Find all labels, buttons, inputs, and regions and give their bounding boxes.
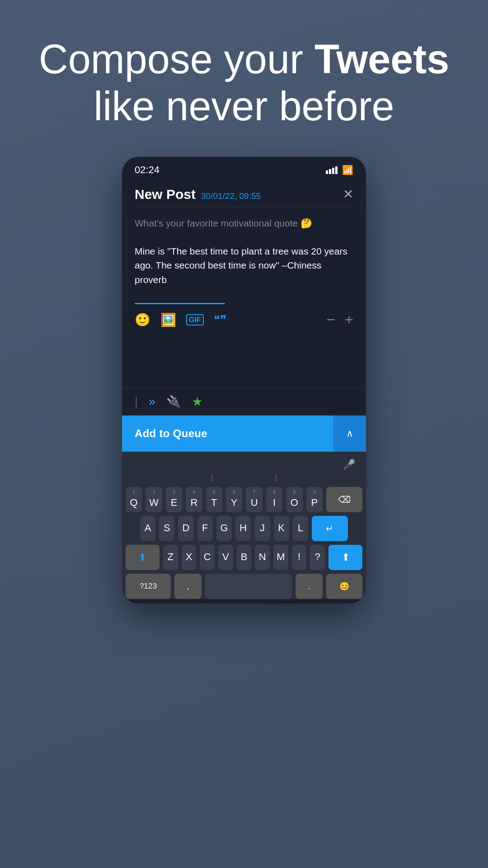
key-exclaim[interactable]: ! [292,545,307,570]
key-num-sym[interactable]: ?123 [126,574,171,599]
key-shift-left[interactable]: ⬆ [126,545,160,570]
keyboard-row-3: ⬆ Z X C V B N M ! ? ⬆ [122,545,366,570]
compose-area[interactable]: What's your favorite motivational quote … [122,207,366,296]
key-backspace[interactable]: ⌫ [326,487,362,512]
key-enter[interactable]: ↵ [312,516,348,541]
key-z[interactable]: Z [163,545,178,570]
key-space[interactable] [205,574,292,599]
key-k[interactable]: K [274,516,289,541]
key-d[interactable]: D [178,516,193,541]
keyboard-bottom-row: ?123 , . 😊 [122,574,366,599]
key-o[interactable]: 9O [286,487,302,512]
key-h[interactable]: H [235,516,251,541]
compose-toolbar: 🙂 🖼️ GIF ❝❞ − + [122,304,366,335]
key-emoji[interactable]: 😊 [326,574,362,599]
status-time: 02:24 [135,164,160,176]
gif-toolbar-icon[interactable]: GIF [186,314,204,326]
key-v[interactable]: V [218,545,233,570]
queue-chevron-button[interactable]: ∧ [333,415,366,452]
post-timestamp: 30/01/22, 09:55 [201,191,261,201]
status-bar: 02:24 📶 [122,157,366,179]
tweet-placeholder: What's your favorite motivational quote … [135,216,353,231]
title-area: New Post 30/01/22, 09:55 [135,187,261,202]
tweet-body: Mine is "The best time to plant a tree w… [135,244,353,287]
quote-toolbar-icon[interactable]: ❝❞ [214,313,226,327]
key-f[interactable]: F [197,516,213,541]
compose-spacer [122,335,366,360]
phone-mockup: 02:24 📶 New Post 30/01/22, 09:55 ✕ What'… [122,157,366,604]
key-e[interactable]: 3E [166,487,182,512]
pipe-separator: | [135,395,138,409]
key-n[interactable]: N [255,545,270,570]
cursor-bar [122,471,366,487]
key-m[interactable]: M [273,545,288,570]
key-c[interactable]: C [200,545,215,570]
plug-icon[interactable]: 🔌 [166,395,181,409]
key-shift-right[interactable]: ⬆ [328,545,362,570]
key-g[interactable]: G [216,516,232,541]
star-icon[interactable]: ★ [192,394,203,409]
key-w[interactable]: 2W [145,487,162,512]
cursor-line-right [276,473,277,482]
keyboard: 🎤 1Q 2W 3E 4R 5T 6Y 7U 8I 9O 0P ⌫ [122,452,366,599]
key-y[interactable]: 6Y [226,487,242,512]
action-bar: | » 🔌 ★ [122,387,366,415]
signal-icon [326,166,338,174]
key-p[interactable]: 0P [306,487,323,512]
key-question[interactable]: ? [310,545,325,570]
keyboard-row-2: A S D F G H J K L ↵ [122,516,366,541]
image-toolbar-icon[interactable]: 🖼️ [160,312,176,327]
cursor-line-left [211,473,212,482]
key-comma[interactable]: , [174,574,202,599]
key-l[interactable]: L [293,516,308,541]
key-a[interactable]: A [140,516,155,541]
hero-line2: like never before [94,84,394,129]
key-u[interactable]: 7U [246,487,262,512]
key-b[interactable]: B [237,545,252,570]
key-t[interactable]: 5T [206,487,222,512]
key-period[interactable]: . [296,574,323,599]
add-to-queue-button[interactable]: Add to Queue [122,415,333,452]
plus-button[interactable]: + [345,311,353,328]
key-s[interactable]: S [159,516,174,541]
mic-icon[interactable]: 🎤 [343,459,355,471]
minus-button[interactable]: − [327,311,335,328]
key-x[interactable]: X [182,545,197,570]
hero-section: Compose your Tweets like never before [0,0,488,152]
chevron-double-icon[interactable]: » [149,395,155,409]
key-r[interactable]: 4R [186,487,202,512]
tweet-text: What's your favorite motivational quote … [135,216,353,287]
close-button[interactable]: ✕ [343,188,353,201]
hero-line1: Compose your [39,37,314,82]
hero-bold: Tweets [314,37,449,82]
queue-button-row: Add to Queue ∧ [122,415,366,452]
phone-container: 02:24 📶 New Post 30/01/22, 09:55 ✕ What'… [0,152,488,604]
keyboard-top: 🎤 [122,456,366,471]
key-i[interactable]: 8I [266,487,282,512]
app-header: New Post 30/01/22, 09:55 ✕ [122,179,366,207]
new-post-title: New Post [135,187,196,202]
wifi-icon: 📶 [342,165,353,175]
key-q[interactable]: 1Q [126,487,142,512]
keyboard-row-1: 1Q 2W 3E 4R 5T 6Y 7U 8I 9O 0P ⌫ [122,487,366,512]
key-j[interactable]: J [254,516,270,541]
emoji-toolbar-icon[interactable]: 🙂 [135,312,150,327]
toolbar-right: − + [327,311,353,328]
